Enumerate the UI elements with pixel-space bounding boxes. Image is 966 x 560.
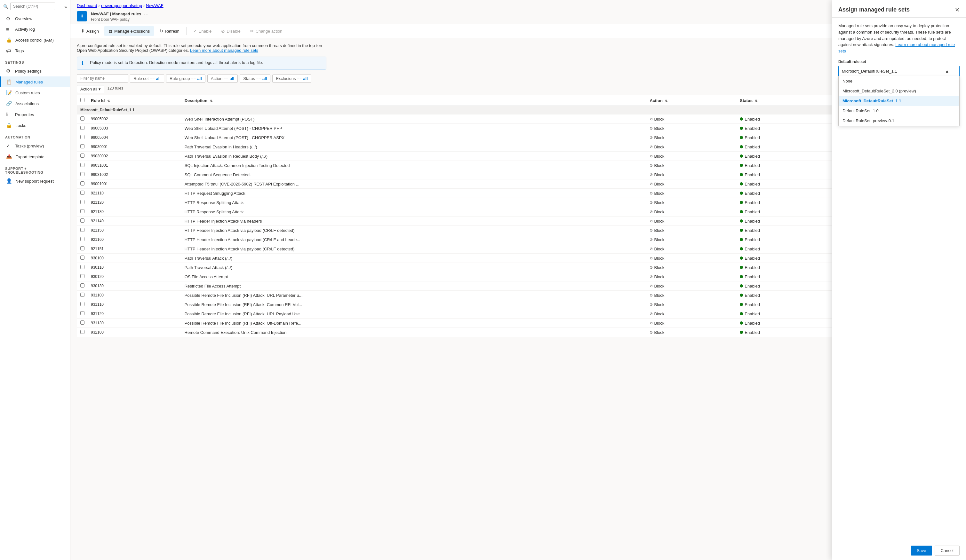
more-options-button[interactable]: ···	[144, 11, 149, 17]
row-checkbox[interactable]	[80, 172, 84, 176]
row-checkbox[interactable]	[80, 274, 84, 278]
search-input[interactable]	[10, 3, 55, 10]
sidebar-item-access-control[interactable]: 🔒 Access control (IAM)	[0, 34, 70, 46]
row-checkbox-cell[interactable]	[77, 254, 88, 263]
row-checkbox[interactable]	[80, 154, 84, 158]
sidebar-item-associations[interactable]: 🔗 Associations	[0, 98, 70, 109]
row-checkbox-cell[interactable]	[77, 161, 88, 170]
row-checkbox[interactable]	[80, 255, 84, 260]
rule-set-filter[interactable]: Rule set == all	[130, 75, 164, 82]
row-checkbox-cell[interactable]	[77, 272, 88, 282]
row-checkbox[interactable]	[80, 163, 84, 167]
row-checkbox-cell[interactable]	[77, 309, 88, 319]
row-checkbox-cell[interactable]	[77, 282, 88, 291]
row-checkbox-cell[interactable]	[77, 235, 88, 244]
status-header[interactable]: Status ⇅	[737, 95, 835, 106]
table-header-row: Rule Id ⇅ Description ⇅ Action ⇅ Status …	[77, 95, 959, 106]
sidebar-item-tags[interactable]: 🏷 Tags	[0, 46, 70, 56]
sidebar-item-locks[interactable]: 🔒 Locks	[0, 120, 70, 131]
row-checkbox-cell[interactable]	[77, 291, 88, 300]
row-checkbox[interactable]	[80, 209, 84, 213]
row-checkbox[interactable]	[80, 237, 84, 241]
sidebar-item-custom-rules[interactable]: 📝 Custom rules	[0, 87, 70, 98]
action-all-button[interactable]: Action all ▾	[77, 85, 104, 93]
select-all-checkbox[interactable]	[80, 98, 84, 102]
description-header[interactable]: Description ⇅	[181, 95, 647, 106]
disable-button[interactable]: ⊘ Disable	[217, 26, 245, 36]
sidebar-item-new-support-request[interactable]: 👤 New support request	[0, 175, 70, 187]
row-checkbox-cell[interactable]	[77, 216, 88, 226]
row-checkbox[interactable]	[80, 144, 84, 148]
sidebar-item-export-template[interactable]: 📤 Export template	[0, 151, 70, 162]
manage-exclusions-button[interactable]: ▦ Manage exclusions	[104, 26, 154, 36]
row-checkbox[interactable]	[80, 330, 84, 334]
action-header[interactable]: Action ⇅	[646, 95, 737, 106]
sidebar-item-tasks[interactable]: ✓ Tasks (preview)	[0, 141, 70, 151]
row-checkbox-cell[interactable]	[77, 133, 88, 142]
row-checkbox[interactable]	[80, 293, 84, 297]
table-row: 99001001 Attempted F5 tmui (CVE-2020-590…	[77, 179, 959, 189]
row-checkbox-cell[interactable]	[77, 189, 88, 198]
panel-cancel-button[interactable]: Cancel	[935, 545, 959, 555]
sidebar-item-policy-settings[interactable]: ⚙ Policy settings	[0, 65, 70, 77]
row-checkbox[interactable]	[80, 116, 84, 121]
row-checkbox[interactable]	[80, 126, 84, 130]
action-all-chevron-icon: ▾	[99, 87, 101, 92]
row-checkbox[interactable]	[80, 246, 84, 251]
panel-close-button[interactable]: ✕	[955, 7, 959, 13]
rule-id-header[interactable]: Rule Id ⇅	[88, 95, 181, 106]
row-checkbox[interactable]	[80, 228, 84, 232]
row-checkbox[interactable]	[80, 265, 84, 269]
row-checkbox-cell[interactable]	[77, 328, 88, 337]
row-checkbox-cell[interactable]	[77, 198, 88, 207]
row-checkbox[interactable]	[80, 302, 84, 306]
exclusions-filter[interactable]: Exclusions == all	[272, 75, 311, 82]
dropdown-item-none[interactable]: None	[839, 76, 959, 86]
dropdown-item-2-0[interactable]: Microsoft_DefaultRuleSet_2.0 (preview)	[839, 86, 959, 96]
assign-button[interactable]: ⬇ Assign	[77, 26, 103, 36]
row-checkbox[interactable]	[80, 311, 84, 315]
row-checkbox-cell[interactable]	[77, 124, 88, 133]
dropdown-item-preview-0-1[interactable]: DefaultRuleSet_preview-0.1	[839, 116, 959, 126]
action-filter[interactable]: Action == all	[207, 75, 238, 82]
row-checkbox-cell[interactable]	[77, 226, 88, 235]
row-checkbox[interactable]	[80, 191, 84, 195]
row-checkbox-cell[interactable]	[77, 170, 88, 179]
row-checkbox[interactable]	[80, 283, 84, 288]
row-checkbox-cell[interactable]	[77, 244, 88, 254]
row-checkbox-cell[interactable]	[77, 179, 88, 189]
panel-save-button[interactable]: Save	[911, 545, 932, 555]
filter-by-name-input[interactable]	[77, 74, 128, 82]
sidebar-collapse-button[interactable]: «	[64, 4, 67, 9]
row-checkbox[interactable]	[80, 200, 84, 204]
sidebar-item-overview[interactable]: ⊙ Overview	[0, 13, 70, 24]
row-checkbox-cell[interactable]	[77, 152, 88, 161]
dropdown-item-1-1[interactable]: Microsoft_DefaultRuleSet_1.1	[839, 96, 959, 106]
breadcrumb-dashboard[interactable]: Dashboard	[77, 3, 97, 8]
row-checkbox[interactable]	[80, 218, 84, 223]
row-checkbox[interactable]	[80, 135, 84, 139]
dropdown-item-default-1-0[interactable]: DefaultRuleSet_1.0	[839, 106, 959, 116]
row-checkbox-cell[interactable]	[77, 115, 88, 124]
refresh-button[interactable]: ↻ Refresh	[155, 26, 184, 36]
select-all-header[interactable]	[77, 95, 88, 106]
enable-button[interactable]: ✓ Enable	[189, 26, 216, 36]
sidebar-item-properties[interactable]: ℹ Properties	[0, 109, 70, 120]
row-checkbox[interactable]	[80, 321, 84, 324]
row-checkbox-cell[interactable]	[77, 207, 88, 216]
table-row: 921151 HTTP Header Injection Attack via …	[77, 244, 959, 254]
sidebar-item-managed-rules[interactable]: 📋 Managed rules	[0, 77, 70, 87]
breadcrumb-newwaf[interactable]: NewWAF	[146, 3, 163, 8]
info-link[interactable]: Learn more about managed rule sets	[190, 48, 258, 53]
row-checkbox[interactable]	[80, 181, 84, 185]
row-checkbox-cell[interactable]	[77, 142, 88, 152]
status-filter[interactable]: Status == all	[240, 75, 270, 82]
row-checkbox-cell[interactable]	[77, 300, 88, 309]
breadcrumb-portalsetup[interactable]: powerappsportalsetup	[101, 3, 142, 8]
panel-dropdown-trigger[interactable]: Microsoft_DefaultRuleSet_1.1 ▲	[838, 66, 959, 76]
row-checkbox-cell[interactable]	[77, 319, 88, 328]
sidebar-item-activity-log[interactable]: ≡ Activity log	[0, 24, 70, 34]
row-checkbox-cell[interactable]	[77, 263, 88, 272]
rule-group-filter[interactable]: Rule group == all	[166, 75, 205, 82]
change-action-button[interactable]: ✏ Change action	[246, 26, 287, 36]
